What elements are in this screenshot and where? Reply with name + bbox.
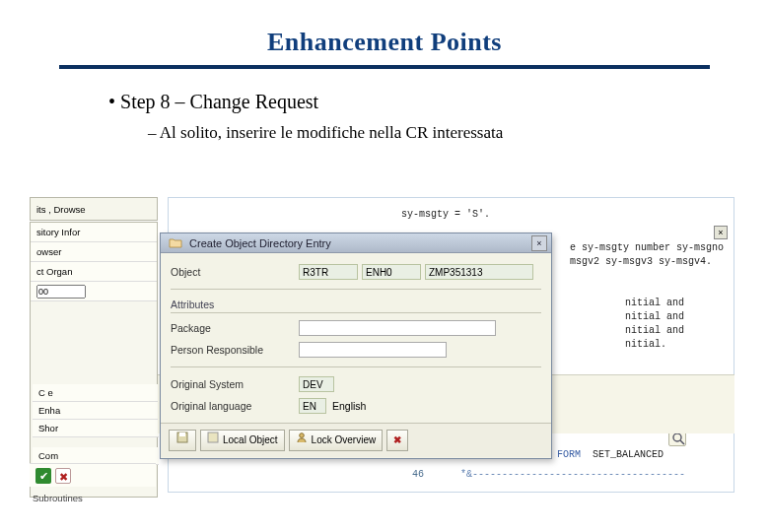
code-line: sy-msgty = 'S'. — [395, 208, 490, 222]
ok-icon[interactable]: ✔ — [35, 468, 51, 484]
package-label: Package — [171, 322, 299, 334]
cancel-button[interactable]: ✖ — [386, 430, 408, 451]
line-number: 46 — [406, 468, 424, 482]
original-system-value: DEV — [299, 376, 334, 392]
local-object-button[interactable]: Local Object — [200, 430, 285, 451]
code-comment: *&------------------------------------ — [454, 468, 685, 482]
code-line: msgv2 sy-msgv3 sy-msgv4. — [564, 255, 724, 269]
cancel-icon: ✖ — [393, 431, 401, 450]
code-keyword: FORM SET_BALANCED — [551, 448, 664, 462]
svg-rect-4 — [208, 432, 218, 442]
object-type1: R3TR — [299, 264, 358, 280]
save-button[interactable] — [169, 430, 196, 451]
original-system-label: Original System — [171, 378, 299, 390]
title-rule — [59, 65, 710, 69]
left-item[interactable]: sitory Infor — [31, 223, 157, 242]
original-language-text: English — [332, 400, 366, 412]
dialog-close-button[interactable]: × — [531, 235, 547, 251]
original-language-code: EN — [299, 398, 326, 414]
sap-screenshot-area: its , Drowse sitory Infor owser ct Organ… — [30, 197, 739, 512]
object-type2: ENH0 — [362, 264, 421, 280]
person-icon — [296, 431, 308, 450]
bullet-sub: Al solito, inserire le modifiche nella C… — [148, 123, 769, 143]
left-mid-item[interactable]: Shor — [33, 420, 159, 437]
code-line: nitial and — [619, 310, 684, 324]
svg-rect-3 — [179, 432, 185, 436]
dialog-title-text: Create Object Directory Entry — [189, 237, 331, 249]
package-input[interactable] — [299, 320, 496, 336]
attributes-group-label: Attributes — [171, 296, 541, 313]
svg-line-1 — [680, 440, 684, 444]
slide-title: Enhancement Points — [0, 28, 769, 57]
lock-overview-button[interactable]: Lock Overview — [289, 430, 384, 451]
dialog-titlebar: Create Object Directory Entry × — [161, 233, 551, 253]
person-input[interactable] — [299, 342, 447, 358]
object-name: ZMP351313 — [425, 264, 533, 280]
code-line: nitial. — [619, 338, 684, 352]
left-panel-header: its , Drowse — [30, 197, 158, 221]
left-footer-label: Subroutines — [33, 493, 83, 503]
left-mid-item[interactable]: Enha — [33, 402, 159, 420]
svg-point-0 — [673, 433, 681, 441]
left-input[interactable] — [36, 285, 86, 299]
code-line: e sy-msgty number sy-msgno — [564, 241, 724, 255]
left-item[interactable]: ct Organ — [31, 262, 157, 282]
code-block: e sy-msgty number sy-msgno msgv2 sy-msgv… — [564, 241, 724, 269]
code-line: nitial and — [619, 324, 684, 338]
disk-icon — [207, 431, 219, 450]
cancel-icon[interactable]: ✖ — [55, 468, 71, 484]
dialog-body: Object R3TR ENH0 ZMP351313 Attributes Pa… — [161, 253, 551, 423]
create-object-dialog: Create Object Directory Entry × Object R… — [160, 233, 552, 459]
dialog-button-bar: Local Object Lock Overview ✖ — [161, 423, 551, 457]
save-icon — [175, 431, 189, 451]
code-line: nitial and — [619, 297, 684, 310]
left-mid-labels: C e Enha Shor Com — [33, 384, 159, 465]
bullet-step: Step 8 – Change Request — [108, 91, 769, 113]
left-item[interactable]: owser — [31, 242, 157, 262]
panel-close-icon[interactable]: × — [714, 226, 728, 239]
svg-point-5 — [299, 433, 304, 438]
code-block: nitial and nitial and nitial and nitial. — [619, 297, 684, 352]
left-input-row — [31, 282, 157, 301]
left-foot-buttons: ✔ ✖ — [30, 463, 156, 487]
folder-icon — [169, 234, 182, 245]
object-label: Object — [171, 266, 299, 278]
person-label: Person Responsible — [171, 344, 299, 356]
left-mid-item[interactable]: C e — [33, 384, 159, 402]
original-language-label: Original language — [171, 400, 299, 412]
